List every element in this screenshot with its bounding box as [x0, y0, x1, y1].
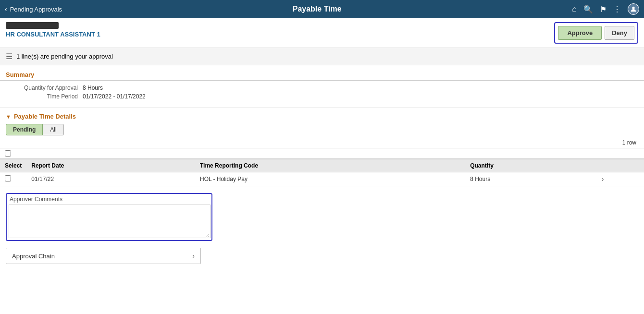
- select-all-checkbox[interactable]: [5, 150, 11, 157]
- comments-textarea[interactable]: [9, 205, 211, 238]
- row-count: 1 row: [622, 139, 636, 146]
- employee-role-number: 1: [97, 31, 100, 38]
- employee-info: HR CONSULTANT ASSISTANT 1: [6, 22, 100, 38]
- top-bar: HR CONSULTANT ASSISTANT 1 Approve Deny: [0, 18, 644, 48]
- row-checkbox[interactable]: [5, 175, 11, 181]
- approve-deny-group: Approve Deny: [554, 22, 638, 44]
- col-quantity: Quantity: [465, 159, 597, 172]
- select-all-checkbox-row: [0, 148, 644, 159]
- summary-period-row: Time Period 01/17/2022 - 01/17/2022: [6, 93, 638, 100]
- col-detail: [597, 159, 644, 172]
- approval-chain-row[interactable]: Approval Chain ›: [6, 248, 201, 264]
- time-period-value: 01/17/2022 - 01/17/2022: [83, 93, 146, 100]
- summary-table: Quantity for Approval 8 Hours Time Perio…: [0, 81, 644, 108]
- header: ‹ Pending Approvals Payable Time ⌂ 🔍 ⚑ ⋮: [0, 0, 644, 18]
- page-title: Payable Time: [293, 5, 342, 13]
- employee-role-text: HR CONSULTANT ASSISTANT 1: [6, 31, 100, 38]
- home-icon[interactable]: ⌂: [572, 5, 577, 13]
- employee-name: [6, 22, 59, 29]
- approval-chain-chevron-icon: ›: [192, 252, 195, 260]
- approval-chain-label: Approval Chain: [12, 253, 55, 260]
- col-select: Select: [0, 159, 26, 172]
- back-label: Pending Approvals: [10, 6, 62, 13]
- header-icons: ⌂ 🔍 ⚑ ⋮: [572, 3, 639, 15]
- more-icon[interactable]: ⋮: [613, 5, 621, 14]
- details-label: Payable Time Details: [14, 113, 76, 120]
- summary-quantity-row: Quantity for Approval 8 Hours: [6, 85, 638, 91]
- avatar[interactable]: [628, 3, 639, 15]
- row-report-date: 01/17/22: [26, 172, 195, 186]
- main-content: HR CONSULTANT ASSISTANT 1 Approve Deny ☰…: [0, 18, 644, 314]
- row-quantity: 8 Hours: [465, 172, 597, 186]
- svg-point-0: [632, 7, 634, 9]
- tab-all[interactable]: All: [43, 124, 63, 135]
- approval-chain-section: Approval Chain ›: [0, 246, 207, 269]
- chevron-down-icon[interactable]: ▼: [6, 114, 11, 120]
- col-time-reporting-code: Time Reporting Code: [195, 159, 465, 172]
- table-row: 01/17/22 HOL - Holiday Pay 8 Hours ›: [0, 172, 644, 186]
- tab-pending[interactable]: Pending: [6, 124, 43, 135]
- table-header-row: Select Report Date Time Reporting Code Q…: [0, 159, 644, 172]
- approver-comments-section: Approver Comments: [0, 186, 644, 246]
- row-checkbox-cell: [0, 172, 26, 186]
- list-icon: ☰: [6, 52, 12, 61]
- details-header: ▼ Payable Time Details: [0, 108, 644, 122]
- flag-icon[interactable]: ⚑: [600, 5, 607, 14]
- comments-label: Approver Comments: [9, 196, 210, 203]
- comments-box-wrapper: Approver Comments: [6, 193, 212, 241]
- employee-role: HR CONSULTANT ASSISTANT 1: [6, 31, 100, 38]
- back-arrow-icon: ‹: [5, 5, 7, 13]
- data-table: Select Report Date Time Reporting Code Q…: [0, 159, 644, 186]
- row-time-reporting-code: HOL - Holiday Pay: [195, 172, 465, 186]
- back-button[interactable]: ‹ Pending Approvals: [5, 5, 62, 13]
- quantity-value: 8 Hours: [83, 85, 103, 91]
- col-report-date: Report Date: [26, 159, 195, 172]
- row-detail-chevron[interactable]: ›: [597, 172, 644, 186]
- approve-button[interactable]: Approve: [558, 26, 602, 40]
- deny-button[interactable]: Deny: [605, 26, 634, 40]
- time-period-label: Time Period: [6, 93, 83, 100]
- chevron-right-icon: ›: [602, 175, 604, 183]
- summary-label: Summary: [0, 65, 644, 81]
- tabs-row: Pending All: [0, 122, 644, 137]
- row-count-bar: 1 row: [0, 137, 644, 148]
- pending-line-text: 1 line(s) are pending your approval: [16, 53, 113, 60]
- pending-line-info: ☰ 1 line(s) are pending your approval: [0, 48, 644, 65]
- search-icon[interactable]: 🔍: [583, 5, 593, 14]
- quantity-label: Quantity for Approval: [6, 85, 83, 91]
